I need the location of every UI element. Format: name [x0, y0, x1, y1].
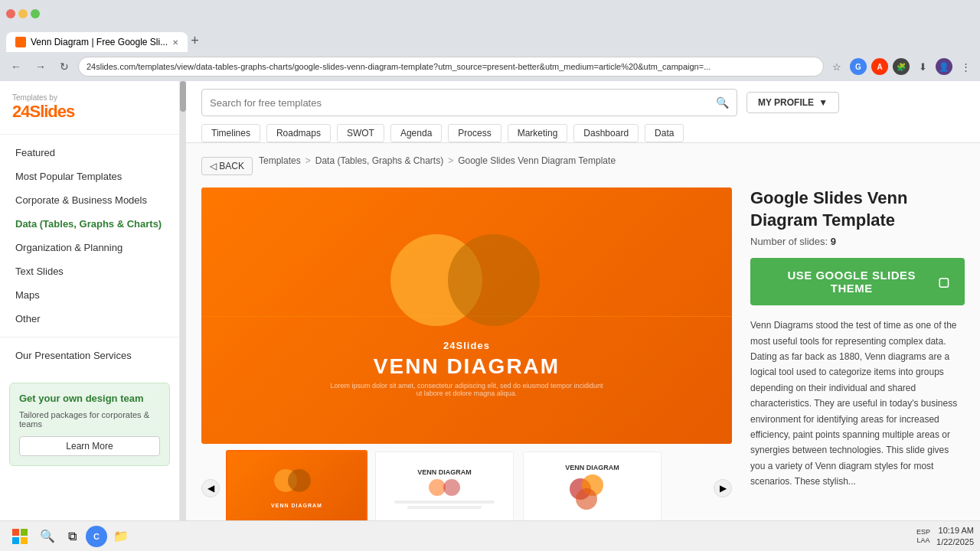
slide-logo: 24Slides — [443, 340, 490, 351]
sidebar-item-organization[interactable]: Organization & Planning — [0, 236, 179, 259]
system-icons: ESP LAA — [916, 528, 930, 545]
taskbar-chrome-icon[interactable]: C — [86, 526, 107, 547]
next-thumbnail-button[interactable]: ▶ — [714, 479, 732, 497]
template-left: 24Slides VENN DIAGRAM Lorem ipsum dolor … — [201, 187, 732, 527]
use-btn-label: USE GOOGLE SLIDES THEME — [766, 269, 938, 295]
breadcrumb-data[interactable]: Data (Tables, Graphs & Charts) — [315, 155, 443, 166]
taskbar-taskview-icon[interactable]: ⧉ — [61, 526, 83, 547]
slide-subtitle: Lorem ipsum dolor sit amet, consectetur … — [330, 382, 603, 397]
taskbar-search-icon[interactable]: 🔍 — [37, 526, 58, 547]
template-view: 24Slides VENN DIAGRAM Lorem ipsum dolor … — [201, 187, 965, 527]
cat-tag-timelines[interactable]: Timelines — [201, 124, 260, 142]
cat-tag-marketing[interactable]: Marketing — [508, 124, 568, 142]
taskbar-time-text: 10:19 AM — [936, 525, 974, 536]
thumbnails: VENN DIAGRAM VENN DIAGRAM — [226, 450, 707, 527]
promo-title: Get your own design team — [19, 393, 160, 406]
slide-count-label: Number of slides: — [750, 236, 828, 247]
cat-tag-roadmaps[interactable]: Roadmaps — [266, 124, 331, 142]
sidebar: Templates by 24Slides Featured Most Popu… — [0, 81, 180, 551]
breadcrumb: Templates > Data (Tables, Graphs & Chart… — [259, 155, 616, 166]
url-text: 24slides.com/templates/view/data-tables-… — [87, 62, 710, 71]
tab-close-icon[interactable]: ✕ — [172, 38, 178, 47]
venn-circles — [383, 234, 551, 334]
search-input[interactable] — [210, 97, 716, 109]
svg-rect-1 — [21, 529, 28, 536]
scrollbar-thumb[interactable] — [180, 81, 186, 112]
svg-rect-3 — [21, 537, 28, 544]
address-bar[interactable]: 24slides.com/templates/view/data-tables-… — [78, 57, 824, 77]
sidebar-item-featured[interactable]: Featured — [0, 141, 179, 165]
bookmark-icon[interactable]: ☆ — [828, 58, 845, 75]
category-tags: Timelines Roadmaps SWOT Agenda Process M… — [201, 124, 965, 142]
new-tab-button[interactable]: + — [188, 30, 202, 52]
cat-tag-data[interactable]: Data — [645, 124, 684, 142]
tab-title: Venn Diagram | Free Google Sli... — [31, 37, 168, 47]
back-button[interactable]: ◁ BACK — [201, 157, 253, 175]
taskbar-right: ESP LAA 10:19 AM 1/22/2025 — [916, 525, 974, 547]
back-button[interactable]: ← — [6, 57, 26, 76]
search-icon[interactable]: 🔍 — [716, 96, 729, 109]
sidebar-item-maps[interactable]: Maps — [0, 283, 179, 307]
thumbnail-2[interactable]: VENN DIAGRAM — [374, 450, 515, 527]
search-box[interactable]: 🔍 — [201, 89, 737, 116]
sidebar-nav: Featured Most Popular Templates Corporat… — [0, 135, 179, 373]
start-button[interactable] — [6, 526, 34, 547]
thumbnail-3[interactable]: VENN DIAGRAM — [521, 450, 663, 527]
breadcrumb-current: Google Slides Venn Diagram Template — [458, 155, 616, 166]
my-profile-button[interactable]: MY PROFILE ▼ — [746, 92, 839, 113]
venn-diagram-slide: 24Slides VENN DIAGRAM Lorem ipsum dolor … — [201, 187, 732, 444]
prev-thumbnail-button[interactable]: ◀ — [201, 479, 220, 497]
sidebar-scrollbar[interactable] — [180, 81, 186, 551]
svg-rect-0 — [12, 529, 19, 536]
extension-icon-3[interactable]: 🧩 — [893, 58, 910, 75]
promo-description: Tailored packages for corporates & teams — [19, 410, 160, 429]
svg-rect-2 — [12, 537, 19, 544]
cat-tag-agenda[interactable]: Agenda — [390, 124, 442, 142]
cat-tag-dashboard[interactable]: Dashboard — [573, 124, 639, 142]
extension-icon-1[interactable]: G — [850, 58, 867, 75]
use-google-slides-button[interactable]: USE GOOGLE SLIDES THEME ▢ — [750, 258, 965, 305]
content-area: 🔍 MY PROFILE ▼ Timelines Roadmaps SWOT A… — [186, 81, 980, 551]
template-title: Google Slides Venn Diagram Template — [750, 187, 965, 231]
slide-count-value: 9 — [831, 236, 836, 247]
my-profile-label: MY PROFILE — [758, 97, 814, 108]
promo-learn-more-button[interactable]: Learn More — [19, 436, 160, 456]
sidebar-item-text-slides[interactable]: Text Slides — [0, 259, 179, 283]
extension-icon-2[interactable]: A — [871, 58, 888, 75]
logo-name: 24Slides — [12, 102, 74, 121]
sidebar-item-services[interactable]: Our Presentation Services — [0, 344, 179, 367]
sidebar-item-data[interactable]: Data (Tables, Graphs & Charts) — [0, 212, 179, 236]
logo-by-text: Templates by — [12, 93, 167, 102]
sidebar-promo: Get your own design team Tailored packag… — [9, 383, 170, 466]
sidebar-item-most-popular[interactable]: Most Popular Templates — [0, 165, 179, 188]
template-preview-main: 24Slides VENN DIAGRAM Lorem ipsum dolor … — [201, 187, 732, 444]
cat-tag-process[interactable]: Process — [448, 124, 501, 142]
refresh-button[interactable]: ↻ — [55, 57, 74, 76]
browser-tab[interactable]: Venn Diagram | Free Google Sli... ✕ — [6, 32, 188, 52]
sidebar-item-corporate[interactable]: Corporate & Business Models — [0, 188, 179, 212]
venn-circle-right — [448, 234, 540, 326]
forward-button[interactable]: → — [31, 57, 51, 76]
taskbar: 🔍 ⧉ C 📁 ESP LAA 10:19 AM 1/22/2025 — [0, 520, 980, 551]
main-content: ◁ BACK Templates > Data (Tables, Graphs … — [186, 143, 980, 539]
taskbar-date-text: 1/22/2025 — [936, 536, 974, 547]
thumbnail-1[interactable]: VENN DIAGRAM — [226, 450, 368, 527]
slide-count: Number of slides: 9 — [750, 236, 965, 247]
profile-dropdown-icon: ▼ — [818, 97, 828, 108]
download-icon[interactable]: ⬇ — [914, 58, 931, 75]
profile-icon[interactable]: 👤 — [936, 58, 952, 75]
taskbar-clock: 10:19 AM 1/22/2025 — [936, 525, 974, 547]
sidebar-item-other[interactable]: Other — [0, 307, 179, 331]
tab-favicon — [15, 37, 26, 47]
search-bar-area: 🔍 MY PROFILE ▼ Timelines Roadmaps SWOT A… — [186, 81, 980, 143]
breadcrumb-templates[interactable]: Templates — [259, 155, 301, 166]
google-slides-icon: ▢ — [938, 275, 950, 289]
template-description: Venn Diagrams stood the test of time as … — [750, 318, 965, 489]
taskbar-files-icon[interactable]: 📁 — [110, 526, 132, 547]
menu-icon[interactable]: ⋮ — [957, 58, 974, 75]
slide-title: VENN DIAGRAM — [374, 354, 560, 379]
breadcrumb-sep-2: > — [448, 155, 453, 166]
template-right: Google Slides Venn Diagram Template Numb… — [750, 187, 965, 527]
cat-tag-swot[interactable]: SWOT — [337, 124, 384, 142]
thumbnail-row: ◀ VENN DIAGRAM — [201, 450, 732, 527]
